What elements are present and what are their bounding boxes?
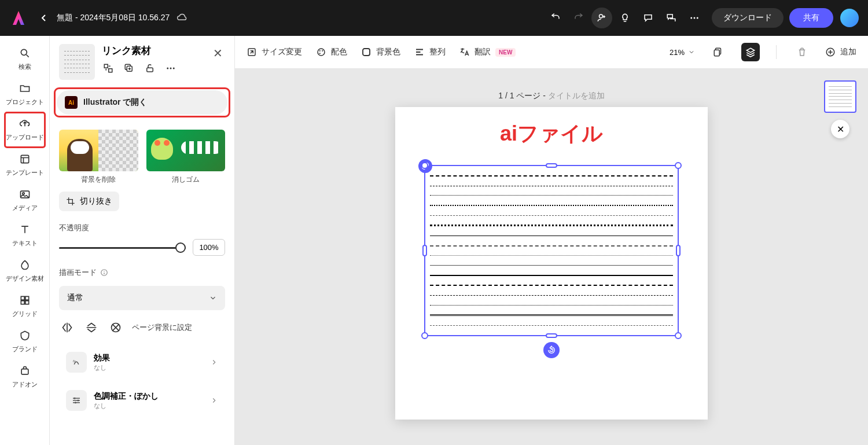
svg-rect-14 — [109, 69, 112, 72]
comments-icon[interactable] — [661, 8, 682, 28]
layers-icon[interactable] — [741, 43, 760, 61]
page-indicator[interactable]: 1 / 1 ページ - タイトルを追加 — [498, 91, 605, 101]
undo-button[interactable] — [545, 8, 566, 28]
rail-label: テンプレート — [6, 168, 44, 177]
add-button[interactable]: 追加 — [825, 47, 856, 57]
effects-title: 効果 — [94, 353, 203, 363]
page-thumbnails: ✕ — [824, 80, 856, 138]
svg-point-19 — [173, 68, 175, 69]
resize-handle[interactable] — [421, 162, 428, 169]
selected-object[interactable] — [424, 165, 679, 336]
svg-rect-11 — [25, 301, 28, 304]
svg-rect-5 — [21, 155, 28, 163]
replace-icon[interactable] — [102, 62, 115, 75]
set-as-background-icon[interactable] — [108, 319, 124, 336]
delete-icon[interactable] — [793, 43, 811, 61]
rail-text[interactable]: テキスト — [5, 218, 45, 253]
flip-vertical-icon[interactable] — [83, 319, 100, 336]
flip-horizontal-icon[interactable] — [59, 319, 75, 336]
svg-rect-16 — [147, 68, 153, 72]
rail-projects[interactable]: プロジェクト — [5, 77, 45, 112]
pages-icon[interactable] — [709, 43, 727, 61]
comment-icon[interactable] — [638, 8, 659, 28]
blend-mode-label: 描画モード — [59, 267, 225, 278]
resize-handle[interactable] — [676, 245, 681, 256]
resize-handle[interactable] — [421, 332, 428, 339]
rail-label: ブランド — [12, 345, 38, 354]
more-icon[interactable] — [684, 8, 705, 28]
rail-search[interactable]: 検索 — [5, 42, 45, 77]
share-button[interactable]: 共有 — [789, 8, 833, 28]
rail-grid[interactable]: グリッド — [5, 289, 45, 324]
document-title[interactable]: 無題 - 2024年5月08日 10.56.27 — [57, 13, 170, 23]
resize-handle[interactable] — [422, 245, 427, 256]
svg-point-28 — [319, 50, 321, 52]
duplicate-icon[interactable] — [123, 62, 135, 75]
rail-addons[interactable]: アドオン — [5, 359, 45, 395]
svg-point-29 — [322, 50, 323, 52]
rail-templates[interactable]: テンプレート — [5, 148, 45, 183]
rail-upload[interactable]: アップロード — [5, 112, 45, 148]
opacity-slider[interactable] — [59, 242, 186, 253]
background-tool[interactable]: 背景色 — [361, 47, 400, 57]
effects-row[interactable]: fx 効果なし — [59, 346, 225, 378]
rail-label: 検索 — [19, 62, 31, 71]
back-button[interactable] — [37, 11, 51, 25]
canvas-body[interactable]: 1 / 1 ページ - タイトルを追加 aiファイル — [235, 69, 868, 445]
resize-handle[interactable] — [546, 163, 557, 168]
rail-label: テキスト — [12, 239, 38, 248]
properties-panel: リンク素材 ✕ Ai Illustrator で開く 背景を削除 — [50, 36, 235, 445]
open-in-illustrator-button[interactable]: Ai Illustrator で開く — [57, 90, 227, 115]
lightbulb-icon[interactable] — [615, 8, 635, 28]
remove-background-action[interactable]: 背景を削除 — [59, 130, 138, 185]
blend-mode-select[interactable]: 通常 — [59, 286, 225, 310]
invite-icon[interactable] — [591, 8, 612, 28]
adjustments-row[interactable]: 色調補正・ぼかしなし — [59, 384, 225, 417]
opacity-value[interactable]: 100% — [193, 239, 225, 256]
adjust-sub: なし — [94, 402, 203, 410]
more-options-icon[interactable] — [164, 62, 177, 75]
redo-button[interactable] — [568, 8, 589, 28]
svg-point-25 — [75, 402, 76, 403]
svg-point-0 — [599, 14, 603, 18]
app-logo[interactable] — [9, 9, 28, 27]
resize-handle[interactable] — [675, 332, 682, 339]
open-illustrator-label: Illustrator で開く — [83, 97, 147, 108]
opacity-label: 不透明度 — [59, 223, 225, 233]
color-tool[interactable]: 配色 — [316, 47, 347, 57]
zoom-control[interactable]: 21% — [670, 48, 695, 57]
download-button[interactable]: ダウンロード — [712, 8, 784, 28]
align-tool[interactable]: 整列 — [414, 47, 446, 57]
left-rail: 検索 プロジェクト アップロード テンプレート メディア テキスト デザイン素材… — [0, 36, 50, 445]
svg-rect-9 — [25, 296, 28, 300]
svg-rect-33 — [714, 50, 719, 56]
svg-point-7 — [22, 193, 24, 194]
rail-label: アドオン — [12, 380, 38, 389]
svg-rect-13 — [104, 64, 108, 68]
user-avatar[interactable] — [840, 9, 859, 27]
cloud-sync-icon[interactable] — [176, 12, 188, 24]
svg-rect-31 — [363, 49, 370, 56]
crop-button[interactable]: 切り抜き — [59, 192, 119, 211]
rail-design-assets[interactable]: デザイン素材 — [5, 253, 45, 289]
chevron-right-icon — [210, 358, 218, 366]
translate-tool[interactable]: 翻訳NEW — [459, 47, 516, 57]
resize-tool[interactable]: サイズ変更 — [247, 47, 302, 57]
resize-handle[interactable] — [546, 333, 557, 338]
set-bg-label[interactable]: ページ背景に設定 — [132, 322, 192, 333]
illustrator-icon: Ai — [65, 96, 78, 109]
rail-brand[interactable]: ブランド — [5, 324, 45, 359]
close-thumbnails-button[interactable]: ✕ — [831, 120, 849, 138]
svg-point-1 — [690, 17, 692, 19]
rail-label: グリッド — [12, 310, 38, 318]
rail-media[interactable]: メディア — [5, 183, 45, 218]
resize-handle[interactable] — [675, 162, 682, 169]
page-thumbnail[interactable] — [824, 80, 856, 113]
close-panel-button[interactable]: ✕ — [211, 44, 225, 62]
unlock-icon[interactable] — [144, 62, 156, 75]
eraser-action[interactable]: 消しゴム — [146, 130, 226, 185]
effects-sub: なし — [94, 363, 203, 372]
artboard[interactable]: aiファイル — [395, 107, 708, 420]
topbar: 無題 - 2024年5月08日 10.56.27 ダウンロード 共有 — [0, 0, 868, 36]
reset-transform-icon[interactable] — [543, 342, 560, 358]
